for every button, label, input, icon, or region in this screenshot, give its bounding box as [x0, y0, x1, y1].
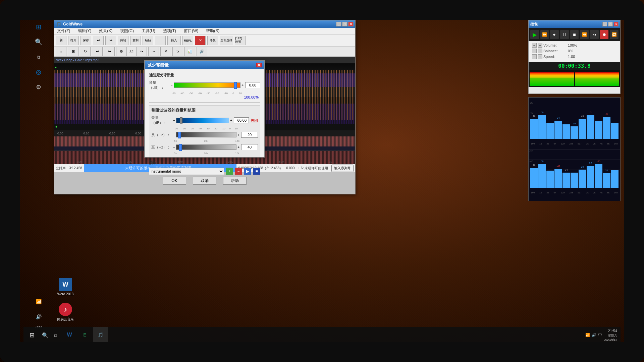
control-play-btn[interactable]: ▶	[530, 30, 539, 39]
toolbar-repl[interactable]: REPL	[182, 36, 193, 45]
start-button[interactable]: ⊞	[23, 327, 40, 344]
control-start-btn[interactable]: ⏮	[590, 30, 599, 39]
system-clock[interactable]: 21:54 星期六 2020/9/12	[604, 328, 617, 342]
desktop-icon-netease[interactable]: ♪ 网易云音乐	[54, 303, 77, 322]
sidebar-icon-cortana[interactable]: ◎	[32, 65, 45, 79]
dialog-from-hz-slider[interactable]	[176, 132, 236, 137]
tray-icon-volume[interactable]: 🔊	[592, 333, 596, 337]
dialog-filter-slider[interactable]	[176, 118, 229, 123]
menu-view[interactable]: 视图(C)	[119, 27, 135, 35]
sidebar-icon-search[interactable]: 🔍	[32, 35, 45, 49]
dialog-volume-slider[interactable]	[174, 82, 240, 88]
enter-serial-button[interactable]: 输入序列号	[331, 165, 354, 172]
control-end-btn[interactable]: ⏭	[550, 30, 559, 39]
control-titlebar[interactable]: 控制 _ □ ✕	[529, 20, 620, 28]
control-fastfwd-btn[interactable]: ⏩	[540, 30, 549, 39]
toolbar-save[interactable]: 保存	[80, 36, 91, 45]
dialog-volume-input[interactable]	[245, 82, 260, 88]
dialog-filter-vol-input[interactable]	[234, 117, 249, 123]
dialog-preset-remove-btn[interactable]: −	[235, 168, 242, 175]
tray-icon-network[interactable]: 📶	[585, 333, 590, 337]
dialog-from-hz-input[interactable]	[241, 132, 258, 138]
toolbar-paste[interactable]: 粘贴	[143, 36, 153, 45]
toolbar-copy[interactable]: 复制	[130, 36, 141, 45]
menu-window[interactable]: 窗口(W)	[182, 27, 200, 35]
toolbar-open[interactable]: 打开	[68, 36, 79, 45]
goldwave-minimize-button[interactable]: _	[336, 22, 341, 26]
tool2-spectrum[interactable]: 📊	[184, 47, 195, 56]
control-close-btn[interactable]: ✕	[614, 22, 619, 26]
toolbar-new[interactable]: 新	[56, 36, 66, 45]
menu-edit[interactable]: 编辑(Y)	[76, 27, 93, 35]
goldwave-titlebar[interactable]: 🎵 GoldWave _ □ ✕	[54, 20, 355, 28]
control-volume-container: − + Volume: 100%	[532, 43, 617, 48]
control-speed-container: − + Speed: 1.00	[532, 54, 617, 59]
desktop-icon-word[interactable]: W Word 2013	[54, 278, 77, 296]
toolbar-add[interactable]: 插入	[167, 36, 181, 45]
tool2-cursor[interactable]: ↻	[80, 47, 91, 56]
control-pause-btn[interactable]: ⏸	[560, 30, 569, 39]
menu-tools[interactable]: 工具(U)	[140, 27, 157, 35]
dialog-to-hz-input[interactable]	[241, 144, 258, 150]
toolbar-redo[interactable]: ↪	[105, 36, 116, 45]
menu-file[interactable]: 文件(Z)	[56, 27, 71, 35]
toolbar-blank[interactable]	[155, 36, 166, 45]
control-vol-minus[interactable]: −	[532, 43, 537, 48]
control-bal-minus[interactable]: −	[532, 49, 537, 53]
toolbar-delete[interactable]: ✕	[195, 36, 206, 45]
menu-options[interactable]: 选项(T)	[162, 27, 177, 35]
dialog-titlebar[interactable]: 减少/消音量 ✕	[145, 61, 264, 69]
dialog-close-button[interactable]: ✕	[256, 63, 262, 67]
tool2-wave1[interactable]: 〜	[136, 47, 147, 56]
toolbar-undo[interactable]: ↩	[93, 36, 104, 45]
spec-bot-7-label: 26	[581, 166, 584, 168]
tool2-rewind[interactable]: ↩	[92, 47, 103, 56]
taskbar-item-excel[interactable]: E	[77, 327, 92, 344]
tool2-forward[interactable]: ↪	[104, 47, 115, 56]
task-view-button[interactable]: ⧉	[50, 330, 60, 340]
dialog-preset-select[interactable]: Instrumental mono	[149, 168, 224, 175]
toolbar-settings[interactable]: {123} 设置	[235, 36, 246, 45]
control-rec-btn[interactable]: ⏺	[600, 30, 609, 39]
sidebar-icon-volume[interactable]: 🔊	[32, 310, 45, 323]
tool2-zoom[interactable]: ⊞	[68, 47, 78, 56]
tool2-select[interactable]: ↕	[56, 47, 66, 56]
control-spd-plus[interactable]: +	[538, 54, 542, 59]
dialog-filter-link[interactable]: 关闭	[251, 118, 258, 123]
dialog-help-button[interactable]: 帮助	[223, 177, 247, 185]
menu-help[interactable]: 帮助(S)	[205, 27, 221, 35]
tray-icon-input[interactable]: 中	[598, 332, 602, 338]
sidebar-icon-windows[interactable]: ⊞	[32, 20, 45, 34]
goldwave-maximize-button[interactable]: □	[342, 22, 347, 26]
tool2-wave2[interactable]: ≈	[148, 47, 159, 56]
control-loop-btn[interactable]: 🔁	[610, 30, 619, 39]
tool2-eq[interactable]: ⚙	[116, 47, 127, 56]
goldwave-close-button[interactable]: ✕	[348, 22, 354, 26]
sidebar-icon-network[interactable]: 📶	[32, 295, 45, 308]
toolbar-repair[interactable]: 修复	[207, 36, 218, 45]
tool2-vol[interactable]: 🔊	[197, 47, 207, 56]
taskbar-item-word[interactable]: W	[62, 327, 77, 344]
dialog-preset-play-btn[interactable]: ▶	[244, 168, 251, 175]
toolbar-cut[interactable]: 剪切	[118, 36, 128, 45]
control-maximize-btn[interactable]: □	[608, 22, 613, 26]
toolbar-select-all[interactable]: 全部选择	[220, 36, 233, 45]
sidebar-icon-taskview[interactable]: ⧉	[32, 50, 45, 64]
control-bal-plus[interactable]: +	[538, 49, 542, 53]
control-rewind-btn[interactable]: ⏪	[580, 30, 589, 39]
dialog-preset-stop-btn[interactable]: ■	[253, 168, 260, 175]
dialog-cancel-button[interactable]: 取消	[193, 177, 216, 185]
search-button[interactable]: 🔍	[40, 330, 50, 340]
sidebar-icon-settings[interactable]: ⚙	[32, 80, 45, 94]
control-spd-minus[interactable]: −	[532, 54, 537, 59]
control-minimize-btn[interactable]: _	[602, 22, 607, 26]
taskbar-item-goldwave[interactable]: 🎵	[93, 327, 108, 344]
tool2-fx[interactable]: fx	[172, 47, 183, 56]
dialog-to-hz-slider[interactable]	[176, 144, 236, 150]
tool2-cross[interactable]: ✕	[160, 47, 171, 56]
dialog-ok-button[interactable]: OK	[163, 177, 186, 185]
control-vol-plus[interactable]: +	[538, 43, 542, 48]
control-stop-btn[interactable]: ■	[570, 30, 579, 39]
menu-effects[interactable]: 效果(X)	[98, 27, 114, 35]
dialog-preset-add-btn[interactable]: +	[226, 168, 233, 175]
